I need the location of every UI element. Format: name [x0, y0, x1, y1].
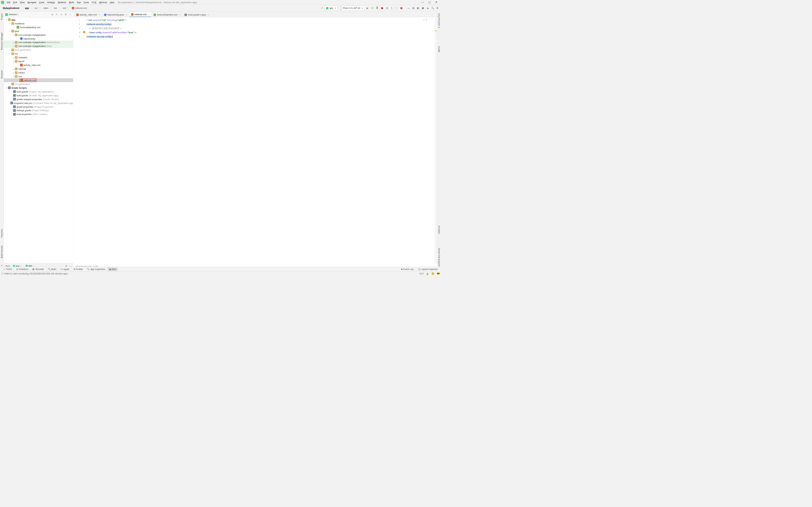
settings-button[interactable]: ☰: [436, 6, 440, 10]
tree-layout[interactable]: layout: [18, 60, 24, 63]
tab-main-activity[interactable]: MainActivity.java×: [102, 12, 129, 17]
tree-activity-main-xml[interactable]: activity_main.xml: [23, 64, 41, 66]
locate-file-icon[interactable]: ⊕: [51, 13, 54, 16]
toolwindow-event-log[interactable]: Event Log: [399, 268, 415, 271]
tree-xml-folder[interactable]: xml: [18, 75, 22, 78]
menu-edit[interactable]: Edit: [12, 1, 18, 3]
tree-pkg-test[interactable]: com.example.myapplication: [18, 45, 46, 48]
tab-nettools[interactable]: nettools.xml×: [129, 12, 151, 17]
tree-pkg-main[interactable]: com.example.myapplication: [18, 34, 46, 36]
toolwindow-problems[interactable]: ⊘ Problems: [14, 268, 30, 271]
tab-activity-main[interactable]: activity_main.xml×: [74, 12, 102, 17]
menu-run[interactable]: Run: [75, 1, 83, 3]
tree-build-gradle-module[interactable]: build.gradle: [16, 94, 28, 97]
close-icon[interactable]: ×: [125, 13, 127, 16]
tree-drawable[interactable]: drawable: [18, 56, 28, 59]
crumb-main[interactable]: main: [42, 6, 49, 10]
toolwindow-logcat[interactable]: ≡ Logcat: [59, 268, 71, 271]
hide-icon[interactable]: —: [69, 13, 72, 16]
sdk-manager-button[interactable]: ▥: [411, 6, 415, 10]
tree-res[interactable]: res: [15, 53, 18, 55]
minimize-button[interactable]: —: [419, 1, 426, 4]
close-icon[interactable]: ×: [99, 13, 100, 16]
profile-button[interactable]: ◔: [385, 6, 389, 10]
menu-analyze[interactable]: Analyze: [46, 1, 56, 3]
resource-manager-button[interactable]: ◧: [416, 6, 420, 10]
crumb-res[interactable]: res: [52, 6, 58, 10]
menu-vcs[interactable]: VCS: [90, 1, 98, 3]
search-everywhere-button[interactable]: 🔍: [431, 6, 435, 10]
sync-gradle-icon[interactable]: ↺: [320, 6, 324, 10]
favorites-star-icon[interactable]: ★: [1, 264, 3, 267]
code-editor[interactable]: 12345 <?xml version="1.0" encoding="utf-…: [73, 17, 437, 264]
avd-manager-button[interactable]: ▭: [406, 6, 410, 10]
tree-android-manifest[interactable]: AndroidManifest.xml: [20, 26, 40, 29]
tree-nettools-xml[interactable]: nettools.xml: [4, 78, 73, 82]
toolwindow-build-variants[interactable]: Build Variants: [1, 245, 3, 258]
tree-java-gen[interactable]: java: [15, 49, 19, 51]
warning-marker[interactable]: [435, 31, 437, 32]
tree-build-gradle-project[interactable]: build.gradle: [16, 90, 28, 93]
stop-button[interactable]: [399, 6, 403, 10]
layout-inspector-button[interactable]: ▦: [421, 6, 425, 10]
close-button[interactable]: ✕: [433, 1, 440, 4]
tree-settings-gradle[interactable]: settings.gradle: [16, 109, 31, 112]
toolwindow-layout-inspector[interactable]: ◫ Layout Inspector: [417, 268, 440, 271]
tree-manifests[interactable]: manifests: [15, 22, 24, 25]
close-icon[interactable]: ×: [148, 13, 149, 16]
toolwindow-emulator[interactable]: Emulator: [438, 226, 440, 234]
tree-proguard[interactable]: proguard-rules.pro: [14, 102, 32, 104]
expand-all-icon[interactable]: ⇱: [55, 13, 58, 16]
collapse-all-icon[interactable]: ⇲: [60, 13, 63, 16]
run-config-dropdown[interactable]: app▾: [324, 6, 338, 10]
apply-changes-button[interactable]: ⟳: [370, 6, 374, 10]
crumb-file[interactable]: nettools.xml: [70, 6, 88, 10]
gear-icon[interactable]: ⚙: [64, 13, 67, 16]
toolwindow-todo[interactable]: ✓ TODO: [1, 268, 14, 271]
tree-mipmap[interactable]: mipmap: [18, 68, 26, 70]
menu-tools[interactable]: Tools: [83, 1, 90, 3]
toolwindow-device-file-explorer[interactable]: Device File Explorer: [438, 248, 440, 267]
debug-button[interactable]: 🐞: [380, 6, 384, 10]
tree-values[interactable]: values: [18, 72, 25, 74]
menu-navigate[interactable]: Navigate: [26, 1, 38, 3]
tree-main-activity[interactable]: MainActivity: [23, 38, 36, 40]
inspection-widget[interactable]: ⚠1˄˅: [423, 18, 433, 21]
crumb-root[interactable]: MyApplication4: [1, 6, 20, 10]
tree-res-gen[interactable]: res: [15, 83, 18, 85]
toolwindow-project[interactable]: Project: [1, 13, 3, 20]
toolwindow-build[interactable]: 🔨 Build: [46, 268, 58, 271]
tree-gradle-wrapper[interactable]: gradle-wrapper.properties: [16, 98, 42, 101]
toolwindow-gradle[interactable]: Gradle: [438, 46, 440, 53]
device-dropdown[interactable]: Pixel 4 XL API 30▾: [339, 6, 365, 10]
tree-app[interactable]: app: [11, 18, 15, 21]
tree-gradle-properties[interactable]: gradle.properties: [16, 106, 33, 108]
tree-pkg-androidtest[interactable]: com.example.myapplication: [18, 41, 46, 44]
toolwindow-structure[interactable]: Structure: [1, 70, 3, 78]
intention-bulb-icon[interactable]: [83, 31, 86, 34]
maximize-button[interactable]: ▢: [426, 1, 433, 4]
app-quality-button[interactable]: ◈: [426, 6, 430, 10]
close-icon[interactable]: ×: [208, 13, 209, 16]
toolwindow-run[interactable]: ▶ Run: [107, 268, 117, 271]
code-area[interactable]: <?xml version="1.0" encoding="utf-8"?> <…: [86, 17, 438, 264]
caret-position[interactable]: 5:27: [419, 272, 424, 275]
menu-code[interactable]: Code: [38, 1, 46, 3]
tree-local-properties[interactable]: local.properties: [16, 113, 32, 116]
tab-android-manifest[interactable]: AndroidManifest.xml×: [152, 12, 182, 17]
close-icon[interactable]: ×: [179, 13, 181, 16]
project-view-selector[interactable]: Android: [9, 13, 16, 16]
toolwindow-app-inspection[interactable]: 🔍 App Inspection: [85, 268, 107, 271]
status-icon[interactable]: ☐: [1, 272, 3, 275]
toolwindow-terminal[interactable]: ▤ Terminal: [31, 268, 45, 271]
crumb-app[interactable]: app: [23, 6, 30, 10]
toolwindow-favorites[interactable]: Favorites: [1, 229, 3, 238]
menu-build[interactable]: Build: [67, 1, 75, 3]
menu-help[interactable]: Help: [108, 1, 116, 3]
toolwindow-profiler[interactable]: ◔ Profiler: [71, 268, 84, 271]
tab-build-gradle[interactable]: build.gradle (:app)×: [183, 12, 211, 17]
error-stripe[interactable]: [435, 17, 438, 264]
crumb-xml[interactable]: xml: [61, 6, 67, 10]
menu-file[interactable]: File: [5, 1, 12, 3]
tree-gradle-scripts[interactable]: Gradle Scripts: [11, 87, 27, 89]
